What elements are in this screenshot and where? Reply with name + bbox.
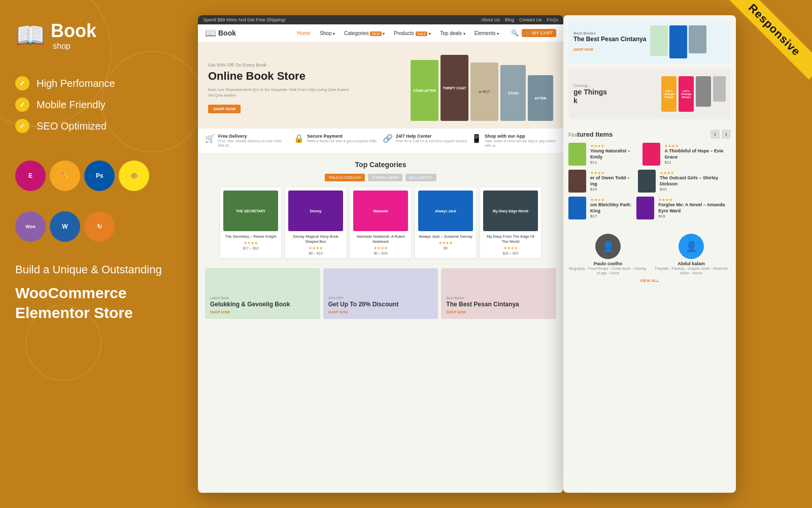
featured-img-2b [638, 170, 656, 193]
product-stars-3: ★★★★ [353, 246, 408, 250]
feature-label-3: SEO Optimized [37, 120, 107, 132]
product-title-5: My Diary From The Edge Of The World [483, 234, 538, 244]
featured-items-section: Featured Items ‹ › ★★★★ Young Naturalist… [563, 124, 736, 229]
featured-name-1: Young Naturalist – Emily [590, 148, 638, 160]
app-icon: 📱 [471, 134, 482, 143]
responsive-ribbon: Responsive [721, 0, 812, 91]
hero-section: Get 50% Off! On Every Book Online Book S… [198, 42, 563, 129]
featured-nav-arrows: ‹ › [710, 130, 731, 139]
banner-link-1[interactable]: SHOP NOW [210, 310, 315, 314]
banner-card-3: Best Books The Best Pesan Cintanya SHOP … [441, 268, 556, 319]
product-price-3: $0 – $19 [353, 251, 408, 255]
featured-stars-3: ★★★★ [590, 198, 632, 202]
right-book-preview [650, 25, 706, 58]
topbar-message: Spend $99 More And Get Free Shipping! [203, 17, 286, 22]
product-card-3[interactable]: Namaste Namaste Notebook: A Ruled Notebo… [350, 187, 411, 258]
featured-item-1: ★★★★ Young Naturalist – Emily $11 ★★★★ A… [568, 143, 731, 166]
about-link[interactable]: About Us [481, 17, 500, 22]
build-text: Build a Unique & Outstanding [15, 262, 183, 278]
right-panel: Best Books The Best Pesan Cintanya SHOP … [563, 15, 736, 493]
featured-stars-1b: ★★★★ [664, 144, 731, 148]
feature-item-3: ✓ SEO Optimized [15, 119, 183, 133]
featured-img-1b [642, 143, 660, 166]
payment-icon: 🔒 [294, 134, 304, 143]
tab-jhumpa[interactable]: JUMPA LAHRI [368, 174, 402, 181]
mid-book-2: Let's change things [679, 76, 694, 112]
product-card-1[interactable]: THE SECRETARY The Secretary – Renee Knig… [220, 187, 281, 258]
right-top-link[interactable]: SHOP NOW [573, 48, 593, 51]
app-desc: Safe, faster & more secure way to pay on… [485, 139, 556, 148]
product-card-4[interactable]: Always Jack Always Jack – Susanne Gervay… [415, 187, 476, 258]
blog-link[interactable]: Blog [505, 17, 514, 22]
tab-paulo[interactable]: PAULO COELHO [325, 174, 365, 181]
hero-shop-button[interactable]: SHOP NOW [208, 105, 241, 113]
topbar-links: About Us Blog Contact Us FAQs [481, 17, 558, 22]
categories-section: Top Categories PAULO COELHO JUMPA LAHRI … [198, 153, 563, 262]
main-preview: Spend $99 More And Get Free Shipping! Ab… [198, 15, 563, 493]
plugin-icons-row-1: E ✏️ Ps 🐵 [15, 161, 183, 191]
faqs-link[interactable]: FAQs [547, 17, 558, 22]
featured-price-1b: $11 [664, 160, 731, 165]
product-card-2[interactable]: Disney Disney Magical Story Book Shaped … [285, 187, 346, 258]
nav-book-icon: 📖 [205, 27, 216, 39]
contact-link[interactable]: Contact Us [519, 17, 542, 22]
product-price-2: $8 – $14 [288, 251, 343, 255]
view-all-button[interactable]: VIEW ALL [568, 278, 731, 283]
product-card-5[interactable]: My Diary Edge World My Diary From The Ed… [480, 187, 541, 258]
banner-title-3: The Best Pesan Cintanya [446, 301, 551, 308]
product-price-4: $6 [418, 246, 473, 250]
featured-price-2b: $10 [660, 187, 731, 192]
right-top-card: Best Books The Best Pesan Cintanya SHOP … [568, 20, 731, 64]
delivery-icon: 🛒 [205, 134, 215, 143]
banner-link-3[interactable]: SHOP NOW [446, 310, 551, 314]
featured-img-2 [568, 170, 586, 193]
nav-actions: 🔍 🛒 MY CART [511, 29, 556, 37]
right-top-badge: Best Books [573, 31, 646, 36]
banner-title-2: Get Up To 20% Discount [328, 301, 433, 308]
nav-elements[interactable]: Elements ▾ [472, 29, 501, 37]
hero-book-3: le RC? [470, 62, 498, 121]
features-bar: 🛒 Free Delivery Free, fast, reliable del… [198, 129, 563, 153]
tab-gates[interactable]: BILL GATES [405, 174, 436, 181]
nav-products[interactable]: Products SALE ▾ [392, 29, 433, 37]
featured-item-2: ★★★★ er of Owen Todd – ing $10 ★★★★ The … [568, 170, 731, 193]
kalam-avatar: 👤 [679, 234, 704, 259]
paulo-avatar: 👤 [595, 234, 621, 259]
feature-item-1: ✓ High Perfomance [15, 76, 183, 90]
featured-name-2: er of Owen Todd – ing [590, 175, 634, 187]
author-kalam: 👤 Abdul kalam Fairytale - Fantasy - Grap… [652, 234, 731, 275]
wordpress-icon: W [50, 211, 80, 242]
check-icon-3: ✓ [15, 119, 29, 133]
product-stars-5: ★★★★ [483, 246, 538, 250]
category-tabs: PAULO COELHO JUMPA LAHRI BILL GATES [205, 174, 556, 181]
banner-badge-3: Best Books [446, 296, 551, 300]
edit-icon: ✏️ [50, 161, 80, 191]
delivery-desc: Free, fast, reliable delivery on over or… [218, 139, 290, 148]
author-cards: 👤 Paulo coelho Biography - Food Recipe -… [568, 234, 731, 275]
feature-app: 📱 Shop with our App Safe, faster & more … [471, 134, 556, 148]
product-title-4: Always Jack – Susanne Gervay [418, 234, 473, 239]
hero-book-2: THRIFT COAT [441, 55, 468, 121]
banner-link-2[interactable]: SHOP NOW [328, 310, 433, 314]
prev-arrow[interactable]: ‹ [710, 130, 720, 139]
logo-name: Book [51, 20, 96, 42]
featured-name-2b: The Outcast Girls – Shirley Dickson [660, 175, 731, 187]
product-stars-2: ★★★★ [288, 246, 343, 250]
featured-stars-2b: ★★★★ [660, 171, 731, 175]
right-top-title: The Best Pesan Cintanya [573, 36, 646, 44]
nav-shop[interactable]: Shop ▾ [318, 29, 337, 37]
product-book-img-4: Always Jack [418, 190, 473, 231]
hero-book-4: STAIN [500, 65, 526, 121]
nav-top-deals[interactable]: Top deals ▾ [438, 29, 467, 37]
search-button[interactable]: 🔍 [511, 29, 519, 37]
nav-categories[interactable]: Categories NEW ▾ [342, 29, 387, 37]
product-book-img-5: My Diary Edge World [483, 190, 538, 231]
next-arrow[interactable]: › [722, 130, 731, 139]
paulo-genre: Biography - Food Recipe - Comic book - C… [568, 266, 648, 275]
featured-name-3b: Forgive Me: A Novel – Amanda Eyre Ward [658, 202, 731, 214]
cart-button[interactable]: 🛒 MY CART [522, 29, 556, 37]
elementor-icon: E [15, 161, 46, 191]
feature-delivery: 🛒 Free Delivery Free, fast, reliable del… [205, 134, 290, 148]
mid-book-3 [696, 76, 711, 107]
nav-home[interactable]: Home [295, 29, 313, 37]
